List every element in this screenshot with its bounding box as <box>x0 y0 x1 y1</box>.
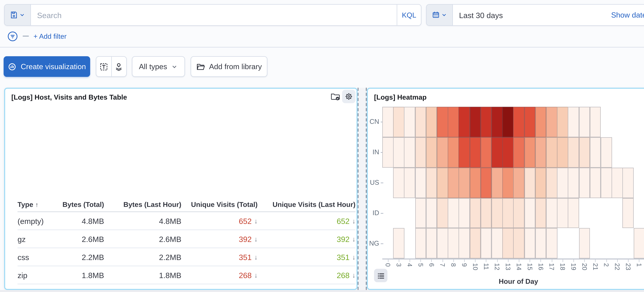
heatmap-cell[interactable] <box>514 198 524 228</box>
add-map-button[interactable] <box>112 57 126 76</box>
heatmap-cell[interactable] <box>514 228 524 259</box>
heatmap-cell[interactable] <box>426 137 437 167</box>
heatmap-cell[interactable] <box>404 107 416 137</box>
show-dates-button[interactable]: Show dates <box>605 5 644 25</box>
heatmap-cell[interactable] <box>622 168 634 198</box>
heatmap-cell[interactable] <box>546 168 557 198</box>
heatmap-cell[interactable] <box>404 137 416 167</box>
heatmap-cell[interactable] <box>437 137 448 167</box>
heatmap-cell[interactable] <box>448 137 459 167</box>
heatmap-cell[interactable] <box>601 168 612 198</box>
heatmap-cell[interactable] <box>590 168 601 198</box>
heatmap-cell[interactable] <box>459 198 470 228</box>
calendar-menu-button[interactable] <box>426 5 453 25</box>
filter-icon[interactable] <box>7 31 18 42</box>
heatmap-cell[interactable] <box>448 228 459 259</box>
heatmap-cell[interactable] <box>415 107 426 137</box>
heatmap-cell[interactable] <box>535 168 546 198</box>
heatmap-cell[interactable] <box>612 168 623 198</box>
time-picker[interactable]: Last 30 days Show dates <box>426 4 644 26</box>
heatmap-cell[interactable] <box>448 198 459 228</box>
heatmap-cell[interactable] <box>622 198 634 228</box>
heatmap-cell[interactable] <box>546 198 557 228</box>
heatmap-cell[interactable] <box>535 228 546 259</box>
heatmap-cell[interactable] <box>557 168 568 198</box>
heatmap-cell[interactable] <box>557 107 568 137</box>
heatmap-cell[interactable] <box>437 228 448 259</box>
heatmap-cell[interactable] <box>393 228 404 259</box>
heatmap-cell[interactable] <box>492 228 503 259</box>
create-visualization-button[interactable]: Create visualization <box>4 56 90 77</box>
heatmap-cell[interactable] <box>480 168 492 198</box>
heatmap-cell[interactable] <box>557 198 568 228</box>
column-header[interactable]: Bytes (Total) <box>50 200 104 208</box>
heatmap-cell[interactable] <box>546 228 557 259</box>
heatmap-cell[interactable] <box>459 228 470 259</box>
heatmap-cell[interactable] <box>502 168 514 198</box>
heatmap-cell[interactable] <box>557 137 568 167</box>
heatmap-cell[interactable] <box>382 107 394 137</box>
heatmap-cell[interactable] <box>492 198 503 228</box>
heatmap-cell[interactable] <box>470 107 481 137</box>
heatmap-cell[interactable] <box>590 137 601 167</box>
heatmap-cell[interactable] <box>426 198 437 228</box>
heatmap-cell[interactable] <box>459 137 470 167</box>
heatmap-cell[interactable] <box>470 228 481 259</box>
heatmap-cell[interactable] <box>514 168 524 198</box>
heatmap-cell[interactable] <box>502 137 514 167</box>
heatmap-cell[interactable] <box>535 198 546 228</box>
heatmap-cell[interactable] <box>579 137 590 167</box>
heatmap-cell[interactable] <box>601 137 612 167</box>
heatmap-cell[interactable] <box>546 107 557 137</box>
heatmap-cell[interactable] <box>535 137 546 167</box>
heatmap-cell[interactable] <box>492 168 503 198</box>
heatmap-cell[interactable] <box>393 168 404 198</box>
heatmap-cell[interactable] <box>568 198 579 228</box>
heatmap-cell[interactable] <box>459 168 470 198</box>
heatmap-cell[interactable] <box>492 107 503 137</box>
heatmap-cell[interactable] <box>514 107 524 137</box>
heatmap-cell[interactable] <box>393 107 404 137</box>
heatmap-cell[interactable] <box>568 137 579 167</box>
heatmap-cell[interactable] <box>535 107 546 137</box>
all-types-select[interactable]: All types <box>132 56 185 77</box>
heatmap-cell[interactable] <box>524 168 536 198</box>
library-check-button[interactable] <box>329 90 342 103</box>
heatmap-cell[interactable] <box>437 198 448 228</box>
heatmap-cell[interactable] <box>634 228 644 259</box>
heatmap-cell[interactable] <box>524 137 536 167</box>
heatmap-cell[interactable] <box>470 168 481 198</box>
add-from-library-button[interactable]: Add from library <box>190 56 268 77</box>
heatmap-cell[interactable] <box>426 107 437 137</box>
panel-options-button[interactable] <box>342 90 356 103</box>
heatmap-cell[interactable] <box>393 137 404 167</box>
heatmap-cell[interactable] <box>437 168 448 198</box>
column-header[interactable]: Unique Visits (Total) <box>181 200 258 208</box>
add-filter-button[interactable]: + Add filter <box>34 32 66 40</box>
heatmap-cell[interactable] <box>568 107 579 137</box>
heatmap-cell[interactable] <box>480 198 492 228</box>
heatmap-cell[interactable] <box>426 228 437 259</box>
column-header[interactable]: Unique Visits (Last Hour) <box>258 200 356 208</box>
heatmap-cell[interactable] <box>426 168 437 198</box>
time-range-value[interactable]: Last 30 days <box>453 5 605 25</box>
heatmap-cell[interactable] <box>524 228 536 259</box>
saved-query-menu-button[interactable] <box>5 5 31 25</box>
heatmap-cell[interactable] <box>480 137 492 167</box>
heatmap-cell[interactable] <box>459 107 470 137</box>
heatmap-cell[interactable] <box>448 107 459 137</box>
heatmap-cell[interactable] <box>546 137 557 167</box>
heatmap-cell[interactable] <box>579 228 590 259</box>
heatmap-cell[interactable] <box>579 107 590 137</box>
heatmap-cell[interactable] <box>492 137 503 167</box>
heatmap-cell[interactable] <box>502 198 514 228</box>
heatmap-cell[interactable] <box>514 137 524 167</box>
heatmap-cell[interactable] <box>404 168 416 198</box>
heatmap-cell[interactable] <box>448 168 459 198</box>
heatmap-cell[interactable] <box>470 198 481 228</box>
legend-toggle-button[interactable] <box>374 269 388 282</box>
search-input[interactable]: Search KQL <box>4 4 422 26</box>
heatmap-cell[interactable] <box>524 198 536 228</box>
heatmap-cell[interactable] <box>502 107 514 137</box>
heatmap-cell[interactable] <box>579 168 590 198</box>
